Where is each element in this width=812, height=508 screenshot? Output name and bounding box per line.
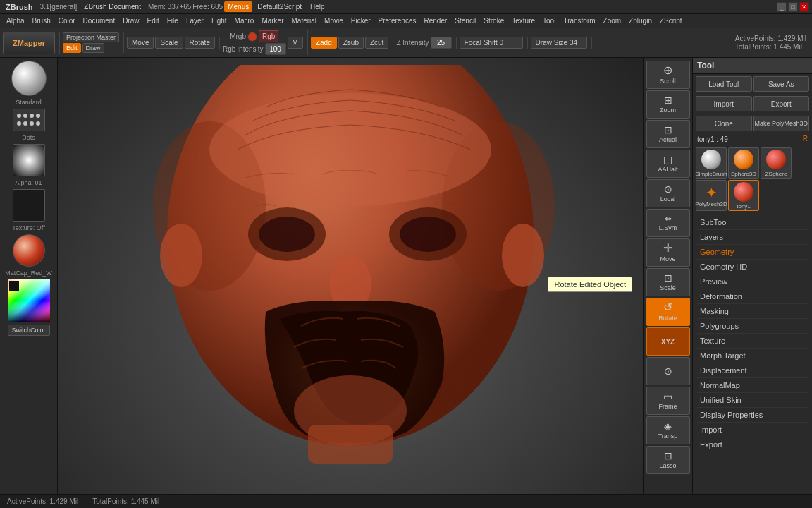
draw-size-button[interactable]: Draw Size 34	[531, 37, 587, 49]
menu-zplugin[interactable]: Zplugin	[625, 16, 656, 26]
zmapper-button[interactable]: ZMapper	[3, 32, 55, 54]
z-intensity-value[interactable]: 25	[431, 37, 452, 49]
zcut-button[interactable]: Zcut	[365, 37, 388, 49]
unified-skin-item[interactable]: Unified Skin	[697, 393, 808, 408]
z-intensity-label: Z Intensity	[396, 39, 429, 47]
menu-default2script[interactable]: Default2Script	[254, 1, 305, 12]
zsphere-thumb[interactable]: ZSphere	[761, 147, 792, 179]
menu-layer[interactable]: Layer	[183, 16, 207, 26]
projection-master-button[interactable]: Projection Master	[63, 32, 119, 42]
menu-menus[interactable]: Menus	[224, 1, 252, 12]
menu-movie[interactable]: Movie	[321, 16, 347, 26]
menu-texture[interactable]: Texture	[508, 16, 539, 26]
layers-item[interactable]: Layers	[697, 230, 808, 245]
menu-light[interactable]: Light	[208, 16, 230, 26]
texture-item[interactable]: Texture	[697, 334, 808, 349]
display-properties-item[interactable]: Display Properties	[697, 408, 808, 423]
polygroups-item[interactable]: Polygroups	[697, 319, 808, 334]
sphere3d-thumb[interactable]: Sphere3D	[728, 147, 759, 179]
scale-strip-btn[interactable]: ⊡ Scale	[646, 268, 690, 296]
brush-preview[interactable]	[11, 61, 47, 96]
drawsize-group: Draw Size 34	[531, 37, 592, 49]
lasso-btn[interactable]: ⊡ Lasso	[646, 446, 690, 474]
lsym-btn[interactable]: ⇔ L.Sym	[646, 209, 690, 237]
texture-preview[interactable]	[13, 189, 45, 222]
displacement-item[interactable]: Displacement	[697, 363, 808, 378]
close-btn[interactable]: ✕	[799, 2, 809, 12]
masking-item[interactable]: Masking	[697, 304, 808, 319]
rgb-intensity-value[interactable]: 100	[265, 43, 286, 55]
frame-btn[interactable]: ▭ Frame	[646, 387, 690, 415]
subtool-item[interactable]: SubTool	[697, 215, 808, 230]
preview-item[interactable]: Preview	[697, 274, 808, 289]
menu-material[interactable]: Material	[288, 16, 321, 26]
draw-button[interactable]: Draw	[82, 43, 104, 53]
aahalf-btn[interactable]: ◫ AAHalf	[646, 150, 690, 178]
deformation-item[interactable]: Deformation	[697, 289, 808, 304]
move-button[interactable]: Move	[127, 37, 154, 49]
menu-brush[interactable]: Brush	[29, 16, 54, 26]
focal-shift-button[interactable]: Focal Shift 0	[460, 37, 523, 49]
import-bottom-item[interactable]: Import	[697, 423, 808, 437]
actual-btn[interactable]: ⊡ Actual	[646, 120, 690, 148]
polymesh3d-thumb[interactable]: ✦ PolyMesh3D	[696, 180, 727, 211]
menu-picker[interactable]: Picker	[347, 16, 374, 26]
canvas-area[interactable]: Rotate Edited Object	[58, 58, 643, 508]
load-tool-btn[interactable]: Load Tool	[696, 76, 752, 92]
minimize-btn[interactable]: _	[777, 2, 787, 12]
normalmap-item[interactable]: NormalMap	[697, 378, 808, 393]
zsub-button[interactable]: Zsub	[338, 37, 364, 49]
menu-document[interactable]: Document	[80, 16, 119, 26]
rgb-button[interactable]: Rgb	[259, 30, 278, 42]
menu-render[interactable]: Render	[421, 16, 451, 26]
aahalf-icon: ◫	[663, 155, 672, 164]
m-button[interactable]: M	[288, 37, 303, 49]
menu-stencil[interactable]: Stencil	[451, 16, 479, 26]
menu-zscript[interactable]: ZScript	[656, 16, 686, 26]
simple-brush-thumb[interactable]: SimpleBrush	[696, 147, 727, 179]
edit-button[interactable]: Edit	[63, 43, 81, 53]
geometry-item[interactable]: Geometry	[697, 245, 808, 260]
menu-marker[interactable]: Marker	[258, 16, 287, 26]
menu-draw[interactable]: Draw	[119, 16, 142, 26]
move-btn[interactable]: ✛ Move	[646, 238, 690, 267]
maximize-btn[interactable]: □	[788, 2, 798, 12]
scroll-btn[interactable]: ⊕ Scroll	[646, 61, 690, 89]
save-as-btn[interactable]: Save As	[753, 76, 810, 92]
alpha-preview[interactable]	[13, 144, 45, 176]
status-total-points: TotalPoints: 1.445 Mil	[92, 497, 159, 505]
menu-preferences[interactable]: Preferences	[375, 16, 420, 26]
matcap-preview[interactable]	[13, 234, 45, 267]
menu-file[interactable]: File	[164, 16, 182, 26]
scroll-label: Scroll	[660, 78, 676, 85]
zadd-button[interactable]: Zadd	[311, 37, 337, 49]
zoom-btn[interactable]: ⊞ Zoom	[646, 90, 690, 119]
menu-help[interactable]: Help	[307, 1, 328, 12]
rotate-button[interactable]: Rotate	[185, 37, 215, 49]
tony1-thumb[interactable]: tony1	[728, 180, 759, 211]
menu-stroke[interactable]: Stroke	[480, 16, 508, 26]
doc-title: ZBrush Document	[81, 3, 144, 11]
rotate-btn[interactable]: ↺ Rotate	[646, 298, 690, 326]
menu-edit[interactable]: Edit	[144, 16, 163, 26]
menu-alpha[interactable]: Alpha	[3, 16, 28, 26]
menu-macro[interactable]: Macro	[231, 16, 258, 26]
xyz-btn[interactable]: XYZ	[646, 327, 690, 356]
scale-button[interactable]: Scale	[155, 37, 183, 49]
menu-tool[interactable]: Tool	[539, 16, 559, 26]
local2-btn[interactable]: ⊙	[646, 357, 690, 385]
geometry-hd-item[interactable]: Geometry HD	[697, 260, 808, 274]
make-polymesh-btn[interactable]: Make PolyMesh3D	[753, 116, 810, 131]
import-top-btn[interactable]: Import	[696, 96, 752, 111]
morph-target-item[interactable]: Morph Target	[697, 349, 808, 363]
export-bottom-item[interactable]: Export	[697, 437, 808, 452]
clone-btn[interactable]: Clone	[696, 116, 752, 131]
export-top-btn[interactable]: Export	[753, 96, 810, 111]
menu-color[interactable]: Color	[55, 16, 79, 26]
transp-btn[interactable]: ◈ Transp	[646, 416, 690, 445]
menu-transform[interactable]: Transform	[560, 16, 598, 26]
color-picker[interactable]	[8, 279, 50, 322]
switch-color-button[interactable]: SwitchColor	[8, 325, 50, 336]
menu-zoom[interactable]: Zoom	[600, 16, 625, 26]
local-btn[interactable]: ⊙ Local	[646, 179, 690, 207]
